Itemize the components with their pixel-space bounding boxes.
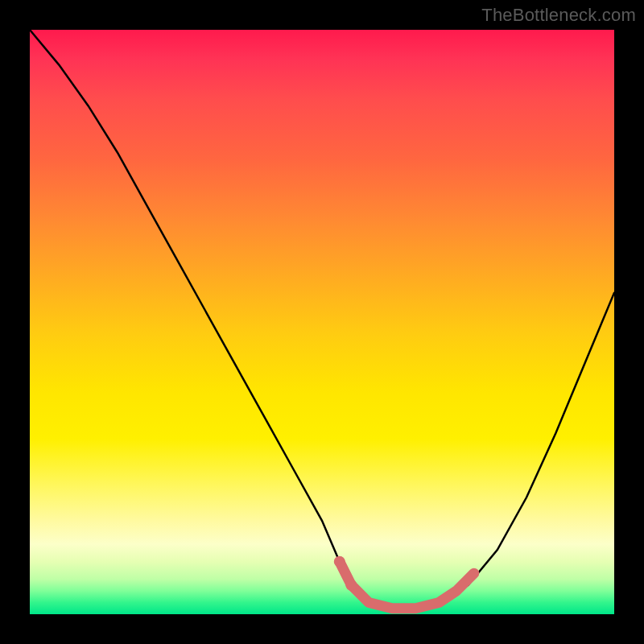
bottleneck-curve [30,30,614,609]
plot-area [30,30,614,614]
watermark-text: TheBottleneck.com [481,5,636,26]
highlight-dot-2 [345,580,357,591]
chart-svg [30,30,614,614]
highlight-segment [340,562,474,609]
highlight-dot-1 [334,556,345,568]
